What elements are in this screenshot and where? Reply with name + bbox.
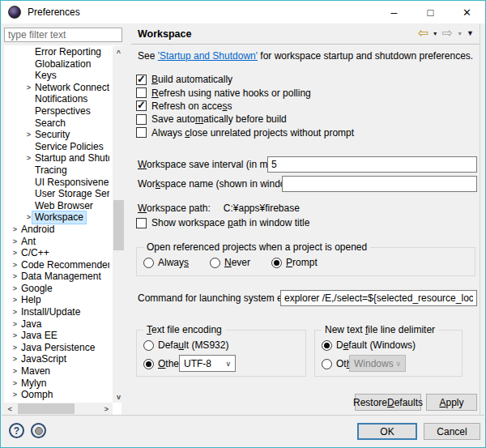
checkbox[interactable]: [136, 100, 147, 111]
tree-item-label[interactable]: Perspectives: [32, 105, 93, 117]
tree-item[interactable]: > Workspace: [4, 211, 109, 224]
checkbox-row[interactable]: Refresh using native hooks or polling: [136, 86, 354, 99]
tree-item-label[interactable]: Web Browser: [32, 200, 96, 212]
forward-history-dropdown-icon[interactable]: ▼: [457, 31, 463, 36]
save-interval-input[interactable]: [267, 156, 477, 173]
tree-item[interactable]: > Network Connections: [4, 82, 109, 94]
tree-item-label[interactable]: Tracing: [32, 164, 70, 177]
restore-defaults-button[interactable]: Restore Defaults: [355, 394, 421, 411]
radio-other-encoding-circle[interactable]: [143, 359, 154, 369]
tree-item[interactable]: > Code Recommenders: [4, 259, 109, 271]
radio-default-delimiter-circle[interactable]: [322, 340, 332, 351]
tree-item[interactable]: > Java: [4, 318, 109, 331]
expand-arrow-icon[interactable]: >: [11, 236, 19, 248]
tree-item-label[interactable]: Android: [19, 224, 57, 236]
tree-item[interactable]: > Oomph: [4, 389, 109, 401]
radio-always-circle[interactable]: [143, 258, 154, 268]
scroll-down-icon[interactable]: v: [113, 390, 125, 403]
tree-item-label[interactable]: Keys: [32, 70, 59, 82]
expand-arrow-icon[interactable]: >: [11, 259, 19, 271]
chevron-down-icon[interactable]: ∨: [395, 360, 405, 368]
preference-recorder-button[interactable]: [31, 423, 46, 438]
tree-item[interactable]: UI Responsiveness Monitoring: [4, 177, 109, 189]
tree-item-label[interactable]: Java EE: [19, 330, 60, 342]
scroll-right-icon[interactable]: >: [100, 403, 113, 415]
tree-item-label[interactable]: Data Management: [19, 271, 104, 283]
tree-item-label[interactable]: Network Connections: [32, 82, 109, 94]
scroll-up-icon[interactable]: ^: [113, 46, 125, 58]
expand-arrow-icon[interactable]: >: [11, 378, 19, 390]
tree-item[interactable]: > Android: [4, 224, 109, 236]
minimize-button[interactable]: –: [376, 1, 412, 23]
tree-item-label[interactable]: Workspace: [32, 211, 86, 224]
vertical-scrollbar-thumb[interactable]: [113, 200, 124, 250]
tree-item-label[interactable]: Oomph: [19, 389, 55, 401]
tree-item[interactable]: Notifications: [4, 93, 109, 105]
tree-item-label[interactable]: Notifications: [32, 93, 90, 105]
tree-item[interactable]: User Storage Service: [4, 188, 109, 200]
radio-never[interactable]: Never: [210, 257, 250, 268]
apply-button[interactable]: Apply: [426, 394, 477, 411]
show-path-checkbox[interactable]: [136, 218, 147, 228]
tree-item-label[interactable]: Mylyn: [19, 378, 49, 390]
tree-item[interactable]: > Startup and Shutdown: [4, 152, 109, 164]
maximize-button[interactable]: □: [412, 1, 449, 23]
expand-arrow-icon[interactable]: >: [11, 330, 19, 342]
expand-arrow-icon[interactable]: >: [11, 365, 19, 378]
radio-prompt[interactable]: Prompt: [271, 257, 318, 268]
encoding-combo[interactable]: UTF-8∨: [179, 355, 236, 372]
tree-item[interactable]: Keys: [4, 70, 109, 82]
tree-item-label[interactable]: Startup and Shutdown: [32, 152, 109, 164]
vertical-scrollbar[interactable]: ^ v: [113, 46, 125, 403]
horizontal-scrollbar[interactable]: < >: [4, 403, 113, 415]
radio-default-encoding-circle[interactable]: [143, 340, 154, 351]
checkbox-row[interactable]: Always close unrelated projects without …: [136, 126, 354, 139]
tree-item-label[interactable]: C/C++: [19, 247, 52, 259]
tree-item-label[interactable]: Install/Update: [19, 306, 83, 318]
tree-item-label[interactable]: Service Policies: [32, 141, 106, 153]
expand-arrow-icon[interactable]: >: [11, 306, 19, 318]
tree-item[interactable]: > C/C++: [4, 247, 109, 259]
checkbox-row[interactable]: Refresh on access: [136, 100, 354, 113]
tree-item[interactable]: > Data Management: [4, 271, 109, 283]
checkbox-row[interactable]: Save automatically before build: [136, 113, 354, 126]
tree-item-label[interactable]: JavaScript: [19, 353, 69, 365]
expand-arrow-icon[interactable]: >: [11, 318, 19, 331]
tree-item[interactable]: > Maven: [4, 365, 109, 378]
expand-arrow-icon[interactable]: >: [11, 247, 19, 259]
back-history-dropdown-icon[interactable]: ▼: [433, 31, 438, 36]
workspace-name-input[interactable]: [282, 176, 477, 192]
close-button[interactable]: ✕: [449, 1, 485, 23]
horizontal-scrollbar-thumb[interactable]: [18, 403, 75, 414]
tree-item[interactable]: > JavaScript: [4, 353, 109, 365]
expand-arrow-icon[interactable]: >: [11, 283, 19, 295]
tree-item[interactable]: Tracing: [4, 164, 109, 177]
tree-item[interactable]: Perspectives: [4, 105, 109, 117]
chevron-down-icon[interactable]: ∨: [225, 360, 235, 368]
expand-arrow-icon[interactable]: >: [11, 294, 19, 306]
tree-item-label[interactable]: Java Persistence: [19, 342, 97, 354]
tree-item-label[interactable]: User Storage Service: [32, 188, 109, 200]
view-menu-dropdown-icon[interactable]: ▼: [467, 29, 474, 37]
checkbox[interactable]: [136, 87, 147, 98]
tree-item[interactable]: > Java Persistence: [4, 342, 109, 354]
radio-always[interactable]: Always: [143, 257, 189, 268]
tree-item[interactable]: Globalization: [4, 58, 109, 70]
tree-item-label[interactable]: Ant: [19, 236, 38, 248]
expand-arrow-icon[interactable]: >: [11, 353, 19, 365]
expand-arrow-icon[interactable]: >: [25, 129, 32, 141]
expand-arrow-icon[interactable]: >: [25, 211, 32, 224]
expand-arrow-icon[interactable]: >: [11, 271, 19, 283]
tree-item-label[interactable]: Error Reporting: [32, 46, 104, 58]
startup-shutdown-link[interactable]: 'Startup and Shutdown': [158, 50, 258, 62]
filter-input[interactable]: [4, 28, 122, 42]
checkbox-row[interactable]: Build automatically: [136, 73, 354, 86]
checkbox[interactable]: [136, 127, 147, 138]
tree-item[interactable]: Error Reporting: [4, 46, 109, 58]
ok-button[interactable]: OK: [357, 423, 417, 440]
tree-item-label[interactable]: Help: [19, 294, 44, 306]
tree-item-label[interactable]: Globalization: [32, 58, 93, 70]
tree-item-label[interactable]: Google: [19, 283, 55, 295]
expand-arrow-icon[interactable]: >: [11, 342, 19, 354]
tree-item[interactable]: > Help: [4, 294, 109, 306]
